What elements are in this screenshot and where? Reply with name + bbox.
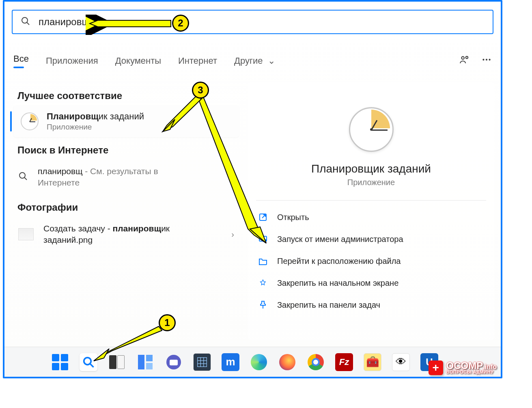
more-icon[interactable] xyxy=(481,54,492,67)
photo-result[interactable]: Создать задачу - планировщик заданий.png… xyxy=(13,217,239,252)
photo-result-text: Создать задачу - планировщик заданий.png xyxy=(43,223,206,246)
plus-icon: + xyxy=(429,361,443,375)
action-label: Закрепить на панели задач xyxy=(277,300,380,310)
preview-title: Планировщик заданий xyxy=(256,162,486,175)
folder-icon xyxy=(258,256,268,266)
search-input[interactable] xyxy=(39,16,485,28)
taskbar-search-button[interactable] xyxy=(80,353,97,371)
preview-pane: Планировщик заданий Приложение Открыть З… xyxy=(248,83,494,340)
svg-point-11 xyxy=(263,239,267,242)
pin-icon xyxy=(258,278,268,288)
chevron-right-icon: › xyxy=(231,230,234,239)
cursor-icon: ↖ xyxy=(216,140,223,149)
svg-point-4 xyxy=(482,59,484,60)
svg-point-7 xyxy=(19,173,25,178)
tab-apps[interactable]: Приложения xyxy=(46,52,98,69)
taskbar-chat[interactable] xyxy=(165,353,183,371)
filter-tabs: Все Приложения Документы Интернет Другие… xyxy=(13,50,492,71)
svg-rect-20 xyxy=(170,360,178,365)
preview-subtitle: Приложение xyxy=(256,178,486,187)
action-label: Запуск от имени администратора xyxy=(277,235,403,244)
tab-documents[interactable]: Документы xyxy=(115,52,161,69)
taskbar-widgets[interactable] xyxy=(136,353,154,371)
svg-line-15 xyxy=(90,363,94,367)
action-pin-taskbar[interactable]: Закрепить на панели задач xyxy=(256,294,486,316)
svg-point-6 xyxy=(489,59,490,60)
action-open[interactable]: Открыть xyxy=(256,206,486,228)
taskbar-app-eye[interactable]: 👁 xyxy=(392,353,410,371)
task-scheduler-large-icon xyxy=(349,107,394,152)
taskbar-chrome[interactable] xyxy=(307,353,325,371)
action-pin-start[interactable]: Закрепить на начальном экране xyxy=(256,272,486,294)
tab-other-label: Другие xyxy=(234,56,263,66)
taskbar-filezilla[interactable]: Fz xyxy=(335,353,353,371)
watermark: + OCOMP.info ВОПРОСЫ АДМИНУ xyxy=(429,361,497,375)
taskbar-calculator[interactable] xyxy=(193,353,211,371)
best-match-item[interactable]: Планировщик заданий Приложение ↖ xyxy=(13,106,239,137)
chevron-down-icon: ⌄ xyxy=(268,56,275,66)
taskbar-app-yellow[interactable]: 🧰 xyxy=(364,353,381,371)
taskbar-app-m[interactable]: m xyxy=(222,353,239,371)
annotation-badge-1: 1 xyxy=(159,314,176,331)
match-rest: ик заданий xyxy=(99,111,144,121)
svg-point-14 xyxy=(84,357,91,365)
pin-icon xyxy=(258,300,268,310)
task-scheduler-icon xyxy=(21,112,39,130)
tab-all[interactable]: Все xyxy=(13,50,29,71)
shield-icon xyxy=(258,234,268,244)
match-bold: Планировщ xyxy=(47,111,99,121)
watermark-tagline: ВОПРОСЫ АДМИНУ xyxy=(446,370,497,374)
action-label: Закрепить на начальном экране xyxy=(277,278,398,288)
photo-thumbnail-icon xyxy=(18,228,34,240)
web-result-text: планировщ - См. результаты в Интернете xyxy=(38,166,200,189)
svg-rect-17 xyxy=(146,355,153,361)
action-label: Открыть xyxy=(277,213,309,222)
section-web: Поиск в Интернете xyxy=(13,137,239,160)
action-run-as-admin[interactable]: Запуск от имени администратора xyxy=(256,228,486,250)
action-open-location[interactable]: Перейти к расположению файла xyxy=(256,250,486,272)
svg-line-8 xyxy=(24,177,27,180)
people-icon[interactable] xyxy=(459,54,470,67)
svg-point-0 xyxy=(22,17,28,23)
taskbar-firefox[interactable] xyxy=(278,353,296,371)
taskbar-task-view[interactable] xyxy=(108,353,126,371)
taskbar: m Fz 🧰 👁 U xyxy=(4,347,501,377)
divider xyxy=(256,200,486,201)
photo-bold: планировщ xyxy=(113,224,162,233)
svg-rect-16 xyxy=(138,355,144,369)
svg-point-5 xyxy=(486,59,487,60)
svg-rect-18 xyxy=(146,363,153,369)
search-window: Все Приложения Документы Интернет Другие… xyxy=(3,0,502,378)
results-column: Лучшее соответствие Планировщик заданий … xyxy=(13,83,239,251)
taskbar-edge[interactable] xyxy=(250,353,268,371)
svg-point-3 xyxy=(466,56,468,58)
best-match-title: Планировщик заданий xyxy=(47,111,144,122)
section-photos: Фотографии xyxy=(13,194,239,217)
start-button[interactable] xyxy=(51,353,69,371)
annotation-badge-2: 2 xyxy=(172,15,189,32)
web-search-result[interactable]: планировщ - См. результаты в Интернете › xyxy=(13,160,239,194)
chevron-right-icon: › xyxy=(231,173,234,182)
search-icon xyxy=(18,171,28,183)
svg-line-1 xyxy=(27,22,29,25)
svg-rect-21 xyxy=(198,357,207,367)
search-bar[interactable] xyxy=(12,10,493,34)
search-icon xyxy=(21,16,30,28)
tab-other[interactable]: Другие ⌄ xyxy=(234,52,275,69)
best-match-subtitle: Приложение xyxy=(47,123,144,132)
web-query: планировщ xyxy=(38,166,82,176)
svg-point-2 xyxy=(461,56,464,59)
action-label: Перейти к расположению файла xyxy=(277,257,401,266)
open-icon xyxy=(258,212,268,222)
photo-prefix: Создать задачу - xyxy=(43,224,113,233)
annotation-badge-3: 3 xyxy=(192,82,209,99)
tab-internet[interactable]: Интернет xyxy=(178,52,217,69)
